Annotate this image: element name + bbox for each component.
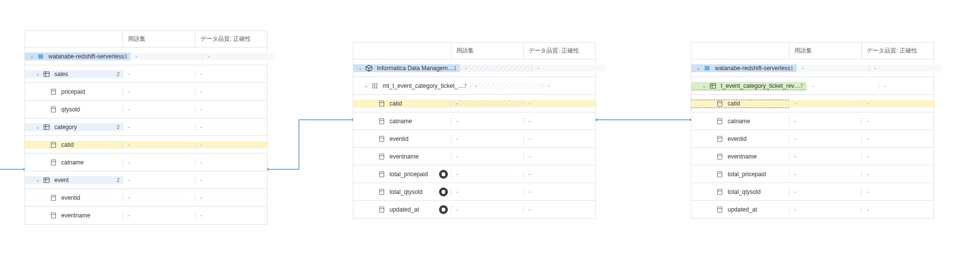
svg-rect-11: [51, 89, 56, 94]
column-row-eventname[interactable]: eventname--: [25, 207, 267, 224]
glossary-cell: -: [123, 141, 196, 148]
group-row-mapping-task[interactable]: ⌄ mt_t_event_category_ticket_… 7 - -: [353, 77, 595, 95]
column-icon: [716, 206, 724, 214]
column-row-pricepaid[interactable]: pricepaid--: [25, 83, 267, 101]
header-col-quality: データ品質: 正確性: [196, 31, 268, 47]
quality-cell: -: [533, 65, 605, 72]
group-row-category[interactable]: ⌄category2--: [25, 118, 267, 136]
header-row: 用語集 データ品質: 正確性: [353, 43, 595, 59]
glossary-cell: -: [451, 171, 524, 178]
svg-rect-42: [380, 136, 384, 141]
glossary-cell: -: [123, 177, 196, 184]
column-label: eventname: [61, 212, 120, 219]
column-row-catid[interactable]: catid--: [353, 95, 595, 112]
root-count: 1: [454, 65, 457, 71]
column-icon: [49, 159, 57, 166]
root-count: 3: [124, 54, 127, 59]
column-icon: [378, 170, 386, 178]
glossary-cell: -: [123, 124, 196, 131]
column-label: catname: [390, 118, 448, 125]
column-row-catname[interactable]: catname--: [25, 154, 267, 171]
quality-cell: -: [862, 100, 934, 107]
column-row-total_pricepaid[interactable]: total_pricepaid--: [353, 165, 595, 183]
column-icon: [49, 141, 57, 149]
quality-cell: -: [196, 141, 268, 148]
column-row-eventid[interactable]: eventid--: [691, 130, 933, 148]
glossary-cell: -: [451, 153, 524, 160]
svg-rect-55: [705, 66, 710, 67]
column-row-total_qtysold[interactable]: total_qtysold--: [353, 183, 595, 201]
quality-cell: -: [196, 159, 268, 166]
quality-cell: -: [524, 100, 596, 107]
glossary-cell: -: [460, 65, 533, 72]
column-label: qtysold: [61, 106, 120, 113]
chevron-down-icon: ⌄: [357, 65, 363, 71]
glossary-cell: -: [130, 53, 203, 60]
group-row-target-table[interactable]: ⌄ t_event_category_ticket_rev… 7 - -: [691, 77, 933, 95]
column-label: total_pricepaid: [728, 171, 786, 178]
quality-cell: -: [862, 118, 934, 125]
root-row-redshift[interactable]: ⌄ watanabe-redshift-serverless 3 - -: [25, 48, 267, 65]
table-icon: [709, 82, 717, 90]
glossary-cell: -: [789, 135, 862, 142]
quality-cell: -: [524, 188, 596, 195]
root-row-redshift-target[interactable]: ⌄ watanabe-redshift-serverless 1 - -: [691, 59, 933, 77]
column-row-catid[interactable]: catid--: [691, 95, 933, 112]
column-row-total_qtysold[interactable]: total_qtysold--: [691, 183, 933, 201]
root-label: Informatica Data Managem…: [377, 65, 454, 72]
column-row-updated_at[interactable]: updated_at--: [691, 201, 933, 218]
panel-target-redshift: 用語集 データ品質: 正確性 ⌄ watanabe-redshift-serve…: [691, 42, 934, 219]
glossary-cell: -: [123, 106, 196, 113]
column-label: eventid: [728, 135, 786, 142]
svg-rect-65: [718, 136, 722, 141]
column-icon: [49, 106, 57, 113]
glossary-cell: -: [123, 212, 196, 219]
root-label: watanabe-redshift-serverless: [715, 65, 790, 72]
root-row-informatica[interactable]: ⌄ Informatica Data Managem… 1 - -: [353, 59, 595, 77]
quality-cell: -: [862, 171, 934, 178]
table-icon: [43, 123, 50, 131]
group-label: mt_t_event_category_ticket_…: [383, 82, 464, 89]
glossary-cell: -: [123, 71, 196, 78]
database-badge-icon: [439, 188, 448, 196]
group-row-event[interactable]: ⌄event2--: [25, 171, 267, 189]
glossary-cell: -: [789, 171, 862, 178]
svg-point-33: [374, 85, 375, 86]
column-row-eventname[interactable]: eventname--: [353, 148, 595, 165]
glossary-cell: -: [470, 82, 543, 89]
column-icon: [378, 135, 386, 143]
column-icon: [378, 206, 386, 214]
quality-cell: -: [862, 206, 934, 213]
svg-rect-18: [51, 142, 56, 147]
column-row-eventid[interactable]: eventid--: [353, 130, 595, 148]
column-icon: [49, 88, 57, 96]
glossary-cell: -: [451, 188, 524, 195]
column-row-catid[interactable]: catid--: [25, 136, 267, 154]
svg-rect-71: [718, 189, 722, 194]
quality-cell: -: [524, 206, 596, 213]
svg-rect-56: [705, 68, 710, 69]
glossary-cell: -: [451, 135, 524, 142]
group-row-sales[interactable]: ⌄sales2--: [25, 65, 267, 83]
quality-cell: -: [869, 65, 942, 72]
column-row-eventname[interactable]: eventname--: [691, 148, 933, 165]
column-row-eventid[interactable]: eventid--: [25, 189, 267, 207]
svg-rect-52: [380, 207, 384, 213]
column-row-catname[interactable]: catname--: [691, 112, 933, 130]
header-spacer: [353, 43, 451, 59]
svg-rect-7: [38, 57, 43, 58]
svg-point-36: [374, 87, 375, 88]
column-row-updated_at[interactable]: updated_at--: [353, 201, 595, 218]
quality-cell: -: [196, 212, 268, 219]
column-row-qtysold[interactable]: qtysold--: [25, 101, 267, 118]
header-spacer: [25, 31, 123, 47]
column-icon: [716, 100, 724, 107]
quality-cell: -: [524, 118, 596, 125]
glossary-cell: -: [789, 118, 862, 125]
svg-rect-13: [51, 107, 56, 112]
chevron-down-icon: ⌄: [695, 65, 701, 71]
quality-cell: -: [196, 194, 268, 201]
column-row-catname[interactable]: catname--: [353, 112, 595, 130]
column-row-total_pricepaid[interactable]: total_pricepaid--: [691, 165, 933, 183]
chevron-down-icon: ⌄: [701, 83, 707, 88]
